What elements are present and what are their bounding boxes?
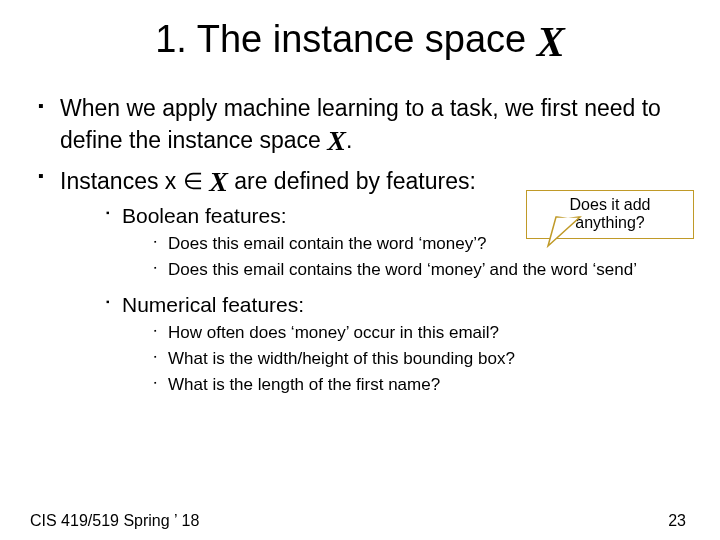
slide-title: 1. The instance space X: [0, 18, 720, 66]
numerical-items: How often does ‘money’ occur in this ema…: [122, 322, 682, 397]
num-item-2: What is the width/height of this boundin…: [154, 348, 682, 371]
bullet-1-symbol-x: X: [327, 125, 346, 156]
bullet-2-text-c: are defined by features:: [228, 168, 476, 194]
bullet-2-text-a: Instances x: [60, 168, 183, 194]
bool-item-2: Does this email contains the word ‘money…: [154, 259, 682, 282]
callout: Does it add anything?: [526, 190, 694, 239]
bullet-2-symbol-x: X: [209, 166, 228, 197]
footer-course: CIS 419/519 Spring ’ 18: [30, 512, 199, 530]
sub-boolean-label: Boolean features:: [122, 204, 287, 227]
svg-marker-0: [548, 217, 580, 246]
title-text: 1. The instance space: [155, 18, 537, 60]
bullet-1: When we apply machine learning to a task…: [38, 94, 682, 158]
slide: 1. The instance space X When we apply ma…: [0, 18, 720, 540]
slide-body: When we apply machine learning to a task…: [0, 94, 720, 397]
sub-numerical: Numerical features: How often does ‘mone…: [106, 292, 682, 397]
element-of-symbol: ∈: [183, 169, 203, 194]
bullet-1-text-b: .: [346, 127, 352, 153]
boolean-items: Does this email contain the word ‘money’…: [122, 233, 682, 282]
bullet-1-text-a: When we apply machine learning to a task…: [60, 95, 661, 153]
num-item-3: What is the length of the first name?: [154, 374, 682, 397]
num-item-1: How often does ‘money’ occur in this ema…: [154, 322, 682, 345]
sub-numerical-label: Numerical features:: [122, 293, 304, 316]
callout-tail-icon: [550, 214, 590, 254]
footer-page-number: 23: [668, 512, 686, 530]
title-symbol-x: X: [537, 19, 565, 65]
